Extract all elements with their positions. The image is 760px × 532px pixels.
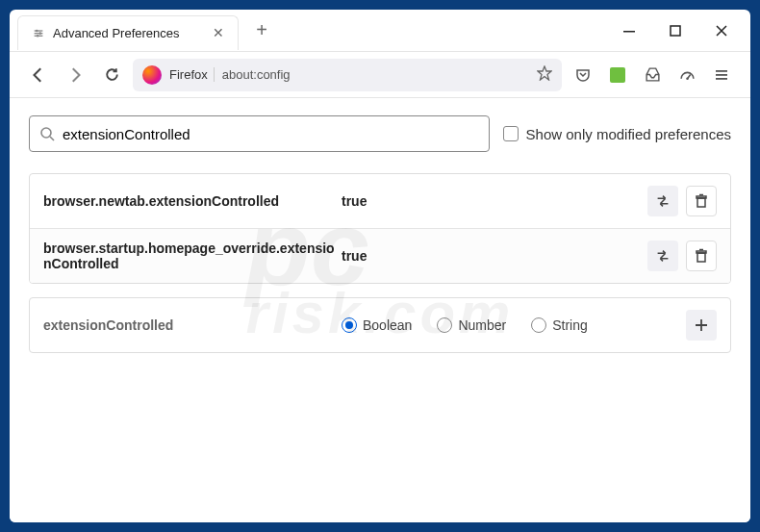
svg-rect-7 xyxy=(671,26,680,36)
pocket-icon[interactable] xyxy=(568,60,598,90)
checkbox-icon xyxy=(503,126,519,141)
browser-window: Advanced Preferences ✕ + Firefox about:c… xyxy=(10,10,750,522)
svg-rect-15 xyxy=(697,198,705,207)
reload-button[interactable] xyxy=(96,60,127,90)
forward-button[interactable] xyxy=(60,60,90,90)
search-row: Show only modified preferences xyxy=(29,115,731,152)
svg-rect-0 xyxy=(35,30,43,31)
maximize-button[interactable] xyxy=(654,15,697,46)
pref-value: true xyxy=(342,248,647,264)
search-input[interactable] xyxy=(63,126,479,142)
tab-title: Advanced Preferences xyxy=(53,26,205,40)
svg-rect-6 xyxy=(623,31,635,33)
svg-rect-16 xyxy=(697,196,706,198)
back-button[interactable] xyxy=(23,60,54,90)
firefox-label: Firefox xyxy=(169,67,215,82)
svg-rect-11 xyxy=(716,74,727,76)
new-pref-name: extensionControlled xyxy=(43,317,342,333)
search-icon xyxy=(39,126,55,141)
add-button[interactable] xyxy=(686,310,717,341)
svg-rect-10 xyxy=(716,70,727,72)
radio-boolean[interactable]: Boolean xyxy=(342,317,412,333)
extension-icon[interactable] xyxy=(602,60,633,90)
bookmark-star-icon[interactable] xyxy=(537,65,552,85)
pref-name: browser.startup.homepage_override.extens… xyxy=(43,241,342,271)
radio-icon xyxy=(342,317,357,333)
radio-string[interactable]: String xyxy=(531,317,588,333)
preference-row[interactable]: browser.newtab.extensionControlled true xyxy=(30,174,730,228)
preferences-list: browser.newtab.extensionControlled true … xyxy=(29,173,731,284)
url-text: about:config xyxy=(222,67,529,82)
menu-icon[interactable] xyxy=(706,60,737,90)
svg-rect-18 xyxy=(697,253,705,262)
svg-line-14 xyxy=(50,137,54,140)
svg-point-5 xyxy=(37,35,39,38)
browser-toolbar: Firefox about:config xyxy=(10,52,750,98)
delete-button[interactable] xyxy=(686,241,717,271)
toggle-button[interactable] xyxy=(647,241,678,271)
svg-point-3 xyxy=(36,30,38,33)
speedometer-icon[interactable] xyxy=(671,60,702,90)
type-radio-group: Boolean Number String xyxy=(342,317,686,333)
delete-button[interactable] xyxy=(686,186,717,216)
pref-value: true xyxy=(342,193,647,209)
firefox-logo-icon xyxy=(142,65,162,85)
pref-name: browser.newtab.extensionControlled xyxy=(43,193,342,209)
svg-rect-1 xyxy=(35,33,43,34)
new-tab-button[interactable]: + xyxy=(248,17,275,44)
svg-point-13 xyxy=(41,128,51,138)
svg-rect-19 xyxy=(697,251,706,253)
page-content: Show only modified preferences browser.n… xyxy=(10,98,750,522)
titlebar: Advanced Preferences ✕ + xyxy=(10,10,750,52)
toggle-button[interactable] xyxy=(647,186,678,216)
radio-icon xyxy=(437,317,452,333)
modified-only-checkbox[interactable]: Show only modified preferences xyxy=(503,126,731,142)
close-tab-icon[interactable]: ✕ xyxy=(213,25,224,40)
settings-icon xyxy=(32,26,45,39)
svg-line-9 xyxy=(687,75,690,79)
svg-point-4 xyxy=(38,32,41,35)
minimize-button[interactable] xyxy=(608,15,650,46)
close-window-button[interactable] xyxy=(700,15,743,46)
radio-number[interactable]: Number xyxy=(437,317,506,333)
browser-tab[interactable]: Advanced Preferences ✕ xyxy=(17,15,239,50)
search-box[interactable] xyxy=(29,115,490,152)
preference-row[interactable]: browser.startup.homepage_override.extens… xyxy=(30,228,730,283)
inbox-icon[interactable] xyxy=(637,60,668,90)
add-preference-row: extensionControlled Boolean Number Strin… xyxy=(29,297,731,353)
svg-rect-12 xyxy=(716,78,727,80)
window-controls xyxy=(608,15,750,46)
url-bar[interactable]: Firefox about:config xyxy=(133,59,562,91)
checkbox-label: Show only modified preferences xyxy=(526,126,731,142)
radio-icon xyxy=(531,317,546,333)
